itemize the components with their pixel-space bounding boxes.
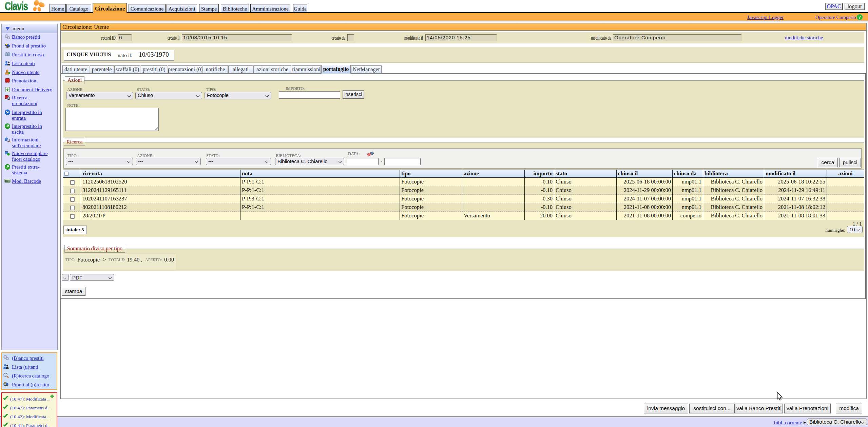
svg-text:?: ? <box>859 15 861 20</box>
svg-text:Clavis: Clavis <box>5 0 28 12</box>
